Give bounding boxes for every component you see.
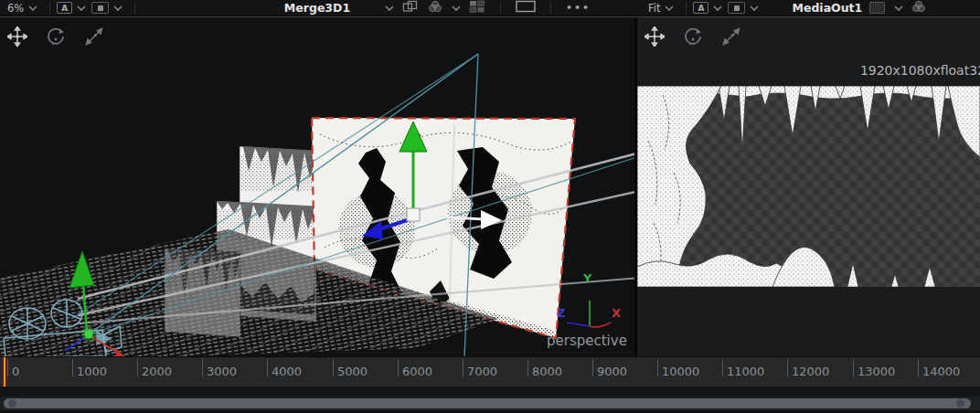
rendered-image[interactable] (637, 86, 980, 287)
chevron-down-icon[interactable] (28, 5, 37, 11)
color-wheels-icon[interactable] (427, 0, 443, 16)
layer-select-button[interactable] (728, 2, 759, 14)
more-options-button[interactable]: ••• (566, 2, 591, 14)
roi-dashed-icon[interactable] (869, 2, 885, 14)
viewer-area: Y Z X perspective (0, 16, 980, 357)
alpha-channel-icon[interactable]: A (693, 2, 708, 14)
layer-icon[interactable] (91, 2, 109, 14)
axis-x-label: X (612, 306, 621, 320)
axis-z-label: Z (557, 306, 565, 320)
toolbar-separator (550, 2, 551, 14)
cave-image (637, 86, 980, 287)
pan-icon[interactable] (644, 26, 665, 50)
3d-scene (0, 17, 634, 357)
toolbar-separator (500, 2, 501, 14)
rotate-icon[interactable] (46, 26, 66, 50)
alpha-channel-icon[interactable]: A (57, 2, 72, 14)
right-viewer-title: MediaOut1 (792, 1, 862, 15)
channel-button[interactable]: A (693, 2, 722, 14)
zoom-level-value[interactable]: 6% (7, 2, 24, 15)
scrollbar-thumb[interactable] (4, 398, 971, 408)
overlay-squares-icon[interactable] (402, 0, 419, 16)
chevron-down-icon[interactable] (665, 5, 674, 11)
zoom-level-value[interactable]: Fit (648, 2, 660, 15)
resolution-label: 1920x1080xfloat32 (860, 63, 980, 78)
ruler-gap (0, 387, 980, 397)
viewport-nav-icons (7, 26, 104, 50)
toolbar-separator (686, 2, 687, 14)
pan-icon[interactable] (7, 26, 27, 50)
layer-select-button[interactable] (91, 2, 122, 14)
left-viewer-toolbar-icons: ••• (377, 0, 591, 16)
quad-view-icon[interactable] (469, 0, 485, 16)
scale-icon[interactable] (721, 26, 741, 50)
playhead[interactable] (2, 357, 7, 387)
scale-icon[interactable] (84, 26, 104, 50)
layer-icon[interactable] (728, 2, 745, 14)
zoom-level-dropdown[interactable]: 6% (7, 2, 37, 15)
gizmo-center-handle[interactable] (407, 208, 420, 221)
color-wheels-icon[interactable] (911, 0, 927, 16)
chevron-down-icon[interactable] (750, 5, 759, 11)
chevron-down-icon[interactable] (113, 5, 122, 11)
chevron-down-icon[interactable] (452, 2, 461, 14)
2d-viewport[interactable]: 1920x1080xfloat32 (637, 17, 980, 357)
chevron-down-icon[interactable] (385, 2, 394, 14)
axis-y-label: Y (583, 271, 591, 285)
chevron-down-icon[interactable] (713, 5, 722, 11)
zoom-level-dropdown[interactable]: Fit (648, 2, 674, 15)
single-view-icon[interactable] (516, 0, 536, 16)
timeline-ruler[interactable]: 0 1000 2000 3000 4000 5000 6000 7000 800… (0, 356, 980, 387)
fusion-viewer-window: 6% A Merge3D1 (0, 0, 980, 413)
view-mode-label[interactable]: perspective (547, 333, 627, 349)
viewport-nav-icons (644, 26, 741, 50)
toolbar-separator (49, 2, 50, 14)
3d-viewport[interactable]: Y Z X perspective (0, 17, 634, 357)
toolbar-separator (134, 2, 135, 14)
viewer-toolbar: 6% A Merge3D1 (0, 0, 980, 16)
horizontal-scrollbar[interactable] (0, 397, 980, 410)
view-axis-indicator (567, 301, 611, 327)
chevron-down-icon[interactable] (77, 5, 86, 11)
rotate-icon[interactable] (683, 26, 703, 50)
chevron-down-icon[interactable] (894, 5, 903, 11)
right-viewer-toolbar: Fit A MediaOut1 (637, 0, 980, 16)
channel-button[interactable]: A (57, 2, 86, 14)
